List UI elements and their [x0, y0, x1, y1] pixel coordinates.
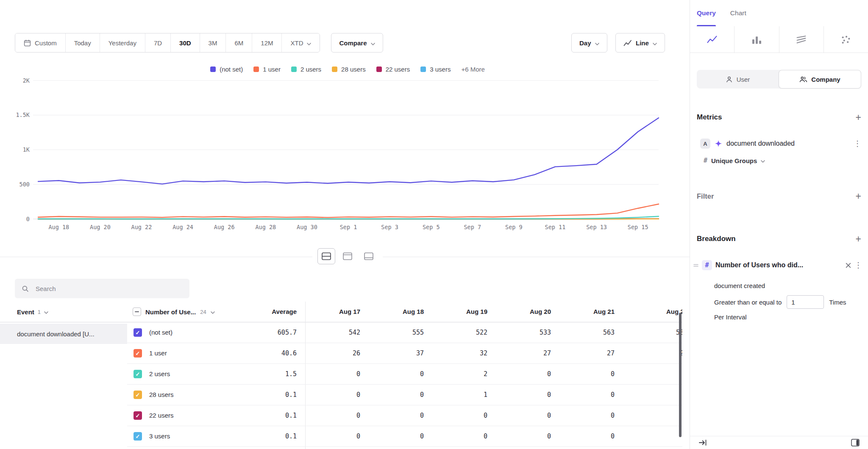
remove-breakdown-button[interactable] — [846, 263, 851, 268]
search-input[interactable] — [35, 285, 183, 293]
measure-dropdown[interactable]: # Unique Groups — [690, 154, 868, 167]
row-values: 26 37 32 27 27 28 — [305, 343, 682, 363]
side-panel-icon[interactable] — [851, 439, 860, 446]
breakdown-condition-row: Greater than or equal to Times — [690, 294, 868, 310]
column-header: Aug 20 — [487, 302, 551, 322]
compare-button[interactable]: Compare — [331, 33, 383, 53]
row-average: 0.1 — [233, 426, 297, 446]
table-cell: 0 — [487, 426, 551, 446]
event-column-header[interactable]: Event 1 — [17, 302, 48, 322]
scope-company-button[interactable]: Company — [779, 70, 861, 89]
table-cell: 0 — [360, 364, 424, 384]
app-root: Custom Today Yesterday 7D 30D 3M 6M 12M … — [0, 0, 868, 449]
condition-value-input[interactable] — [787, 295, 824, 309]
table-scrollbar[interactable] — [679, 313, 682, 437]
table-cell: 0 — [360, 426, 424, 446]
range-30d-button[interactable]: 30D — [170, 33, 200, 52]
breakdown-interval-dropdown[interactable]: Per Interval — [690, 311, 868, 323]
row-checkbox[interactable]: ✓ — [134, 411, 142, 420]
range-6m-button[interactable]: 6M — [225, 33, 252, 52]
table-cell: 0 — [615, 426, 682, 446]
chevron-down-icon — [44, 308, 48, 316]
event-list-item-selected[interactable]: document downloaded [U... — [0, 324, 127, 344]
chart-type-bar-button[interactable] — [734, 26, 779, 53]
legend-item[interactable]: 2 users — [291, 66, 321, 73]
interval-dropdown[interactable]: Day — [571, 33, 607, 53]
breakdown-event-name[interactable]: document created — [690, 280, 868, 292]
legend-item[interactable]: 22 users — [376, 66, 410, 73]
chart-type-flow-button[interactable] — [779, 26, 823, 53]
view-chart-only-button[interactable] — [339, 248, 356, 264]
table-cell: 522 — [424, 322, 487, 343]
table-cell: 0 — [305, 364, 360, 384]
range-xtd-dropdown[interactable]: XTD — [281, 33, 320, 52]
range-yesterday-button[interactable]: Yesterday — [100, 33, 145, 52]
tab-query[interactable]: Query — [697, 0, 716, 26]
table-cell: 0 — [551, 405, 615, 426]
metric-menu-button[interactable]: ⋮ — [854, 140, 861, 147]
legend-swatch — [291, 67, 297, 72]
legend-swatch — [253, 67, 259, 72]
scope-user-button[interactable]: User — [697, 70, 779, 89]
chart-style-dropdown[interactable]: Line — [615, 33, 665, 53]
legend-more-button[interactable]: +6 More — [461, 66, 484, 73]
chart-type-line-button[interactable] — [690, 26, 734, 53]
chevron-down-icon — [211, 308, 215, 316]
svg-text:Aug 18: Aug 18 — [48, 224, 69, 230]
table-cell: 0 — [615, 405, 682, 426]
row-checkbox[interactable]: ✓ — [134, 370, 142, 378]
chart-type-scatter-button[interactable] — [823, 26, 868, 53]
legend-label: 28 users — [341, 66, 366, 73]
add-metric-button[interactable]: + — [856, 113, 861, 122]
svg-text:Aug 26: Aug 26 — [214, 224, 235, 230]
row-checkbox[interactable]: ✓ — [134, 432, 142, 441]
chart-legend: (not set) 1 user 2 users 28 users 22 use… — [8, 66, 687, 73]
custom-range-button[interactable]: Custom — [15, 33, 65, 52]
view-split-button[interactable] — [317, 248, 335, 264]
table-cell: 26 — [305, 343, 360, 363]
legend-label: 2 users — [300, 66, 321, 73]
select-all-checkbox[interactable] — [133, 308, 141, 316]
row-checkbox[interactable]: ✓ — [134, 349, 142, 358]
row-checkbox[interactable]: ✓ — [134, 328, 142, 337]
svg-text:Sep 5: Sep 5 — [423, 224, 440, 230]
legend-item[interactable]: 28 users — [332, 66, 366, 73]
add-filter-button[interactable]: + — [856, 191, 861, 201]
legend-label: 1 user — [263, 66, 281, 73]
svg-text:Aug 24: Aug 24 — [172, 224, 193, 230]
row-label: 28 users — [149, 385, 174, 405]
legend-item[interactable]: 3 users — [420, 66, 451, 73]
column-header: Aug 21 — [551, 302, 615, 322]
condition-label[interactable]: Greater than or equal to — [714, 299, 782, 306]
tab-chart[interactable]: Chart — [730, 0, 746, 26]
scope-company-label: Company — [811, 76, 840, 83]
legend-item[interactable]: (not set) — [210, 66, 243, 73]
group-column-header[interactable]: Number of Use... 24 — [133, 302, 215, 322]
row-average: 0.1 — [233, 405, 297, 426]
row-checkbox[interactable]: ✓ — [134, 391, 142, 399]
collapse-panel-icon[interactable] — [698, 439, 707, 446]
metric-badge: A — [700, 139, 710, 149]
svg-text:Sep 9: Sep 9 — [505, 224, 523, 230]
legend-item[interactable]: 1 user — [253, 66, 281, 73]
add-breakdown-button[interactable]: + — [856, 234, 861, 244]
view-table-only-button[interactable] — [360, 248, 378, 264]
metric-item[interactable]: A document downloaded ⋮ — [690, 134, 868, 153]
table-cell: 533 — [487, 322, 551, 343]
table-cell: 0 — [615, 385, 682, 405]
drag-handle-icon[interactable] — [693, 263, 698, 267]
chart-type-selector — [690, 26, 868, 53]
table-cell: 0 — [487, 385, 551, 405]
date-column-headers: Aug 17 Aug 18 Aug 19 Aug 20 Aug 21 Aug 2… — [305, 302, 682, 322]
range-12m-button[interactable]: 12M — [252, 33, 281, 52]
range-today-button[interactable]: Today — [65, 33, 100, 52]
table-row: ✓ 28 users 0.1 0 0 1 0 0 0 — [127, 385, 682, 405]
breakdown-menu-button[interactable]: ⋮ — [854, 261, 862, 269]
table-row: ✓ 2 users 1.5 0 0 2 0 0 0 — [127, 364, 682, 385]
range-7d-button[interactable]: 7D — [145, 33, 170, 52]
scope-toggle: User Company — [697, 70, 861, 89]
line-chart[interactable]: 05001K1.5K2KAug 18Aug 20Aug 22Aug 24Aug … — [8, 78, 687, 239]
table-cell: 27 — [551, 343, 615, 363]
row-label: 2 users — [149, 364, 170, 384]
range-3m-button[interactable]: 3M — [200, 33, 226, 52]
